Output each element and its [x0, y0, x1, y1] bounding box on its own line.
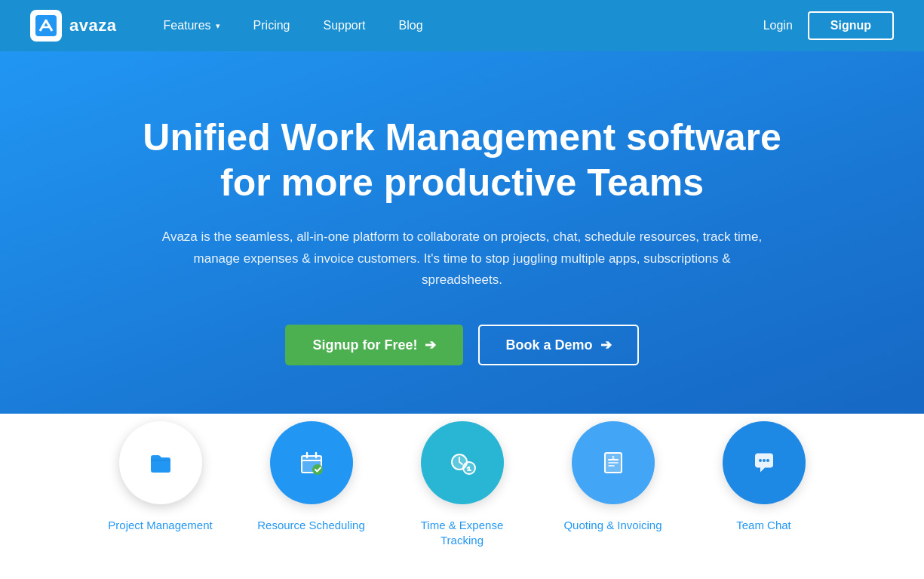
logo-text: avaza [69, 16, 116, 35]
logo-icon [30, 10, 62, 42]
hero-buttons: Signup for Free! ➔ Book a Demo ➔ [285, 325, 638, 365]
feature-team-chat[interactable]: Team Chat [689, 414, 840, 541]
svg-rect-0 [35, 15, 57, 36]
svg-point-7 [759, 459, 762, 462]
nav-blog[interactable]: Blog [382, 0, 440, 51]
team-chat-icon-circle [723, 421, 806, 504]
chevron-down-icon: ▾ [216, 21, 220, 31]
resource-scheduling-icon-circle [270, 421, 353, 504]
hero-title: Unified Work Management software for mor… [142, 115, 783, 205]
time-expense-label: Time & Expense Tracking [399, 518, 526, 547]
feature-time-expense[interactable]: Time & Expense Tracking [387, 414, 538, 555]
nav-links: Features ▾ Pricing Support Blog [146, 0, 763, 51]
svg-point-2 [312, 464, 323, 475]
quoting-invoicing-icon-circle: $ [572, 421, 655, 504]
arrow-right-icon: ➔ [425, 337, 436, 353]
hero-section: Unified Work Management software for mor… [0, 51, 924, 474]
team-chat-label: Team Chat [736, 518, 791, 533]
svg-point-8 [763, 459, 766, 462]
time-expense-icon-circle [421, 421, 504, 504]
feature-quoting-invoicing[interactable]: $ Quoting & Invoicing [538, 414, 689, 541]
nav-features[interactable]: Features ▾ [146, 0, 236, 51]
feature-project-management[interactable]: Project Management [85, 414, 236, 541]
project-management-icon-circle [119, 421, 202, 504]
navbar: avaza Features ▾ Pricing Support Blog Lo… [0, 0, 924, 51]
resource-scheduling-label: Resource Scheduling [257, 518, 365, 533]
nav-support[interactable]: Support [307, 0, 382, 51]
nav-right: Login Signup [763, 11, 894, 40]
book-demo-button[interactable]: Book a Demo ➔ [478, 325, 638, 365]
login-link[interactable]: Login [763, 19, 793, 32]
nav-pricing[interactable]: Pricing [237, 0, 307, 51]
hero-subtitle: Avaza is the seamless, all-in-one platfo… [161, 226, 764, 292]
features-strip: Project Management Resource Scheduling [0, 414, 924, 579]
arrow-right-icon-2: ➔ [600, 337, 612, 353]
svg-point-9 [766, 459, 769, 462]
feature-resource-scheduling[interactable]: Resource Scheduling [236, 414, 387, 541]
project-management-label: Project Management [108, 518, 212, 533]
quoting-invoicing-label: Quoting & Invoicing [563, 518, 662, 533]
signup-free-button[interactable]: Signup for Free! ➔ [285, 325, 463, 365]
nav-signup-button[interactable]: Signup [808, 11, 894, 40]
logo-link[interactable]: avaza [30, 10, 116, 42]
